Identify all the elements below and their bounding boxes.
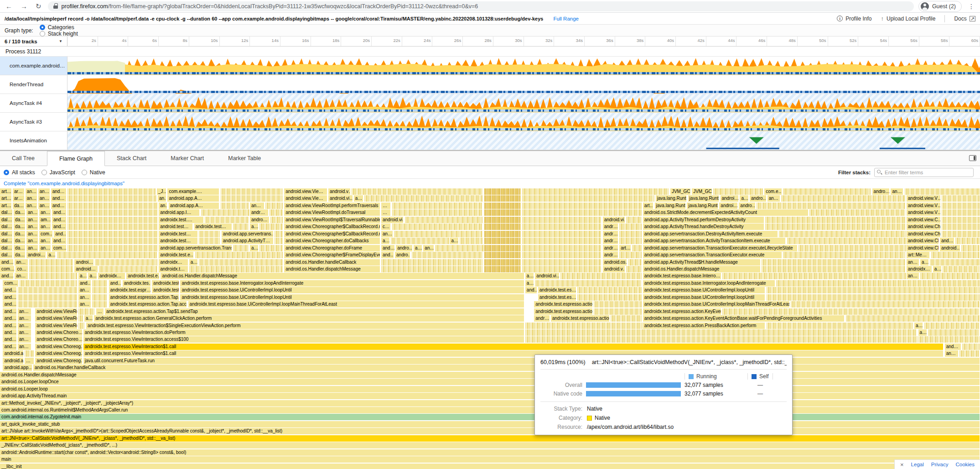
flame-cell-dense[interactable] [67,224,158,230]
flame-cell[interactable]: a… [918,329,927,336]
track-label[interactable]: AsyncTask #3 [6,113,67,131]
flame-cell[interactable]: dal… [0,245,13,251]
tab-flame-graph[interactable]: Flame Graph [47,151,105,166]
flame-cell[interactable]: androidx.test.espresso.action.KeyEvent… [551,315,610,322]
flame-cell[interactable]: androidx.test…. [159,217,204,223]
docs-link[interactable]: Docs↗ [954,16,975,22]
flame-cell[interactable]: android.v… [603,266,625,272]
flame-cell-dense[interactable] [776,280,980,287]
flame-cell[interactable]: androi… [74,259,94,266]
flame-cell[interactable]: andr… [603,245,618,251]
breadcrumb[interactable]: Complete "com.example.android.displaying… [4,181,124,186]
flame-cell[interactable]: an… [26,238,38,244]
flame-cell-dense[interactable] [29,259,73,266]
flame-cell[interactable]: androidx.test.espresso.base.UiController… [188,301,524,307]
reload-icon[interactable]: ↻ [34,3,43,10]
flame-cell[interactable]: androidx.test.espresso.base.UiController… [643,287,766,293]
flame-cell[interactable]: android.view.Choreographer.doFrame [284,245,380,251]
flame-cell-dense[interactable] [484,224,522,230]
flame-cell-dense[interactable] [18,294,78,301]
stack-type-option[interactable]: Native [82,169,105,176]
flame-cell[interactable]: android… [940,245,960,251]
flame-cell-dense[interactable] [765,224,905,230]
flame-cell[interactable]: androidx.test.espresso.base.Interrogator… [643,280,775,287]
flame-cell-dense[interactable] [275,231,283,237]
flame-cell[interactable]: androidx.test… [159,238,198,244]
flame-cell[interactable]: and… [3,287,16,293]
flame-cell-dense[interactable] [270,209,283,216]
flame-cell-dense[interactable] [535,280,642,287]
flame-cell[interactable]: android.app.ActivityThread$H.handleMessa… [643,259,761,266]
flame-cell-dense[interactable] [484,209,522,216]
flame-cell-dense[interactable] [92,294,108,301]
flame-cell-dense[interactable] [762,259,906,266]
flame-cell[interactable]: android.view.C… [907,217,941,223]
flame-cell[interactable]: a… [47,252,56,258]
flame-cell[interactable]: an… [158,195,166,202]
flame-cell[interactable]: android.view.Choreographer$FrameDisplayE… [284,252,380,258]
tab-marker-chart[interactable]: Marker Chart [159,151,216,166]
flame-cell[interactable]: android.view.Vie… [284,195,327,202]
flame-cell-dense[interactable] [405,217,483,223]
flame-cell[interactable]: and… [525,287,537,293]
flame-cell[interactable]: and… [51,203,67,209]
flame-cell[interactable]: android.vi… [381,217,404,223]
flame-cell[interactable]: JVM_GC [670,188,691,195]
flame-cell[interactable]: and… [0,259,14,266]
flame-cell[interactable]: com.android.internal.os.ZygoteInit.main [0,414,980,420]
track-row[interactable]: InsetsAnimation [0,131,980,150]
flame-cell[interactable]: and… [51,188,67,195]
flame-cell[interactable]: android.app.ActivityT… [222,238,274,244]
flame-cell-dense[interactable] [67,217,158,223]
flame-cell-dense[interactable] [67,231,158,237]
track-label[interactable]: RenderThread [6,75,67,94]
flame-cell-dense[interactable] [484,203,522,209]
flame-cell-dense[interactable] [233,245,249,251]
flame-cell[interactable]: android.view.ViewRootImpl.performTravers… [284,203,380,209]
flame-cell-dense[interactable] [484,252,522,258]
flame-cell-dense[interactable] [942,217,980,223]
flame-cell[interactable]: android.view.Choreo… [35,336,82,343]
flame-cell[interactable]: art… [0,203,12,209]
flame-cell-dense[interactable] [364,195,483,202]
flame-cell[interactable]: an… [39,209,51,216]
flame-cell[interactable]: android.view.ViewRootImpl$TraversalRunna… [284,217,380,223]
flame-cell-dense[interactable] [955,238,980,244]
flame-cell-dense[interactable] [918,336,980,343]
tab-call-tree[interactable]: Call Tree [0,151,47,166]
flame-cell-dense[interactable] [757,203,906,209]
graph-type-option[interactable]: Categories [40,24,78,31]
flame-cell-dense[interactable] [392,209,483,216]
flame-cell[interactable]: android.v… [328,188,351,195]
flame-cell-dense[interactable] [67,195,157,202]
flame-cell[interactable]: and… [3,301,16,307]
flame-cell-dense[interactable] [412,252,483,258]
track-row[interactable]: AsyncTask #3 [0,113,980,131]
flame-cell[interactable]: and… [3,336,16,343]
flame-cell-dense[interactable] [78,308,95,315]
flame-cell[interactable]: androidx.test.espresso.ViewInteraction$1… [83,344,944,350]
flame-cell[interactable]: and… [54,231,67,237]
filter-stacks-input[interactable] [874,168,974,177]
flame-cell[interactable]: android.vi… [603,217,625,223]
flame-cell-dense[interactable] [930,259,980,266]
flame-cell[interactable]: android.view.ViewRo… [35,308,77,315]
flame-cell[interactable]: com.example…. [167,188,219,195]
flame-cell[interactable]: art::Me… [907,252,930,258]
flame-cell-dense[interactable] [522,266,601,272]
stack-type-option[interactable]: JavaScript [41,169,75,176]
tab-stack-chart[interactable]: Stack Chart [105,151,159,166]
flame-cell[interactable]: com.android.internal.os.RuntimeInit$Meth… [0,407,980,413]
flame-cell[interactable]: a… [381,238,390,244]
flame-cell[interactable]: androidx.test.espresso.action.GeneralCli… [94,315,524,322]
flame-cell[interactable]: __libc_init [0,464,980,469]
flame-cell[interactable]: android.test… [159,224,193,230]
flame-cell-dense[interactable] [92,287,108,293]
flame-cell-dense[interactable] [522,245,601,251]
flame-cell[interactable]: androidx… [159,259,188,266]
flame-cell[interactable]: andro… [872,188,890,195]
flame-cell[interactable]: an… [767,195,780,202]
flame-cell[interactable]: android.view.Choreo… [35,329,82,336]
track-activity-graph[interactable] [67,57,980,75]
flame-cell[interactable]: android.view.Cho… [907,231,941,237]
